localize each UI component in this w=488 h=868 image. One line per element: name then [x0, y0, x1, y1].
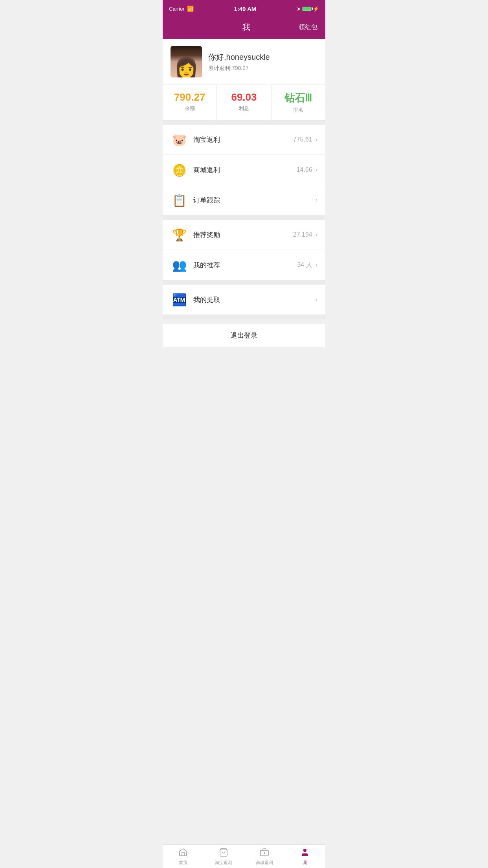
divider-3	[163, 280, 325, 285]
my-referrals-value: 34 人	[297, 261, 312, 269]
claim-red-packet-button[interactable]: 领红包	[299, 23, 317, 31]
chevron-right-icon: ›	[316, 136, 317, 143]
chevron-right-icon: ›	[316, 261, 317, 268]
logout-button[interactable]: 退出登录	[163, 324, 325, 347]
menu-my-referrals[interactable]: 👥 我的推荐 34 人 ›	[163, 250, 325, 280]
balance-label: 余额	[166, 105, 213, 112]
menu-referral-reward[interactable]: 🏆 推荐奖励 27.194 ›	[163, 220, 325, 250]
avatar-image	[171, 46, 202, 77]
location-icon: ➤	[297, 6, 301, 12]
withdrawal-label: 我的提取	[193, 295, 312, 304]
stat-interest[interactable]: 69.03 利息	[217, 85, 271, 120]
wifi-icon: 📶	[187, 6, 194, 12]
avatar[interactable]	[171, 46, 202, 77]
rank-label: 排名	[275, 107, 322, 114]
divider-4	[163, 314, 325, 319]
interest-value: 69.03	[220, 91, 268, 103]
logout-section: 退出登录	[163, 324, 325, 347]
my-referrals-icon: 👥	[171, 256, 188, 274]
order-tracking-icon: 📋	[171, 191, 188, 209]
menu-my-withdrawal[interactable]: 🏧 我的提取 ›	[163, 285, 325, 314]
divider-2	[163, 215, 325, 220]
menu-group-1: 🐷 淘宝返利 775.61 › 🪙 商城返利 14.66 › 📋 订单跟踪 ›	[163, 125, 325, 215]
profile-name: 你好,honeysuckle	[208, 52, 317, 63]
stats-row: 790.27 余额 69.03 利息 钻石Ⅲ 排名	[163, 85, 325, 120]
rank-value: 钻石Ⅲ	[275, 91, 322, 105]
status-carrier-wifi: Carrier 📶	[169, 6, 194, 12]
status-icons: ➤ ⚡	[297, 6, 319, 12]
taobao-rebate-label: 淘宝返利	[193, 135, 293, 144]
divider-1	[163, 120, 325, 125]
my-referrals-label: 我的推荐	[193, 261, 297, 270]
taobao-rebate-value: 775.61	[293, 136, 312, 143]
mall-rebate-icon: 🪙	[171, 161, 188, 178]
menu-group-3: 🏧 我的提取 ›	[163, 285, 325, 314]
status-bar: Carrier 📶 1:49 AM ➤ ⚡	[163, 0, 325, 17]
mall-rebate-label: 商城返利	[193, 166, 297, 175]
mall-rebate-value: 14.66	[297, 166, 312, 173]
chevron-right-icon: ›	[316, 231, 317, 238]
withdrawal-icon: 🏧	[171, 291, 188, 308]
rebate-value: 790.27	[232, 65, 249, 71]
battery-icon	[303, 7, 311, 11]
menu-taobao-rebate[interactable]: 🐷 淘宝返利 775.61 ›	[163, 125, 325, 155]
referral-reward-icon: 🏆	[171, 226, 188, 243]
status-time: 1:49 AM	[234, 6, 256, 12]
interest-label: 利息	[220, 105, 268, 112]
referral-reward-value: 27.194	[293, 231, 312, 238]
charging-icon: ⚡	[313, 6, 319, 12]
menu-order-tracking[interactable]: 📋 订单跟踪 ›	[163, 185, 325, 215]
chevron-right-icon: ›	[316, 166, 317, 173]
page-title: 我	[194, 22, 299, 33]
stat-rank[interactable]: 钻石Ⅲ 排名	[272, 85, 325, 120]
referral-reward-label: 推荐奖励	[193, 230, 293, 239]
menu-mall-rebate[interactable]: 🪙 商城返利 14.66 ›	[163, 155, 325, 185]
menu-group-2: 🏆 推荐奖励 27.194 › 👥 我的推荐 34 人 ›	[163, 220, 325, 280]
profile-info: 你好,honeysuckle 累计返利:790.27	[208, 52, 317, 72]
balance-value: 790.27	[166, 91, 213, 103]
carrier-label: Carrier	[169, 6, 185, 12]
order-tracking-label: 订单跟踪	[193, 196, 312, 205]
rebate-label: 累计返利:	[208, 65, 232, 71]
profile-section: 你好,honeysuckle 累计返利:790.27	[163, 39, 325, 85]
taobao-rebate-icon: 🐷	[171, 131, 188, 148]
profile-rebate: 累计返利:790.27	[208, 65, 317, 72]
page-header: 我 领红包	[163, 17, 325, 39]
stat-balance[interactable]: 790.27 余额	[163, 85, 217, 120]
chevron-right-icon: ›	[316, 296, 317, 303]
chevron-right-icon: ›	[316, 197, 317, 204]
